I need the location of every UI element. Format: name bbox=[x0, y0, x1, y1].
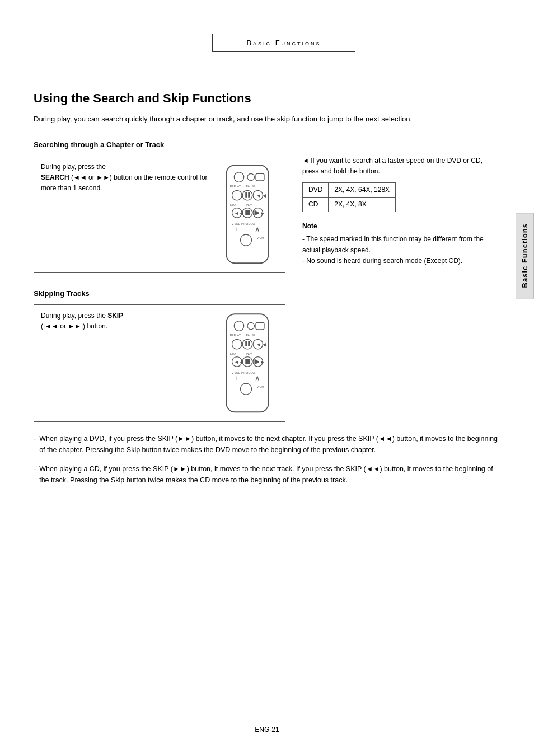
svg-point-1 bbox=[234, 172, 244, 182]
page-number: ENG-21 bbox=[255, 726, 279, 734]
svg-text:+: + bbox=[235, 226, 239, 233]
side-tab-label: Basic Functions bbox=[521, 223, 529, 288]
skip-bullets: - When playing a DVD, if you press the S… bbox=[34, 433, 500, 486]
svg-point-6 bbox=[232, 190, 242, 200]
search-remote: REPLAY PAUSE ◄◄ STOP PLAY bbox=[217, 162, 278, 267]
svg-point-2 bbox=[247, 173, 255, 181]
skip-heading: Skipping Tracks bbox=[34, 289, 500, 298]
svg-text:◄◄: ◄◄ bbox=[234, 359, 243, 365]
remote-svg: REPLAY PAUSE ◄◄ STOP PLAY bbox=[219, 162, 275, 267]
svg-text:►►: ►► bbox=[255, 210, 265, 216]
speed-row-cd: CD 2X, 4X, 8X bbox=[303, 198, 396, 212]
svg-point-7 bbox=[242, 190, 252, 200]
note-item-1: The speed marked in this function may be… bbox=[302, 234, 500, 255]
svg-rect-35 bbox=[245, 341, 247, 346]
svg-point-29 bbox=[247, 322, 255, 330]
svg-text:REPLAY: REPLAY bbox=[230, 185, 241, 188]
skip-instruction-post: (|◄◄ or ►►|) button. bbox=[41, 322, 107, 330]
svg-text:REPLAY: REPLAY bbox=[230, 334, 241, 337]
svg-point-34 bbox=[242, 339, 252, 349]
skip-row: During play, press the SKIP (|◄◄ or ►►|)… bbox=[34, 304, 500, 422]
page-footer: ENG-21 bbox=[0, 726, 534, 734]
svg-point-26 bbox=[241, 234, 252, 246]
skip-bullet-dvd-text: When playing a DVD, if you press the SKI… bbox=[39, 433, 500, 456]
note-section: Note The speed marked in this function m… bbox=[302, 221, 500, 266]
speed-label-dvd: DVD bbox=[303, 182, 329, 197]
search-instruction-pre: During play, press the bbox=[41, 163, 106, 171]
search-right-info: ◄ If you want to search at a faster spee… bbox=[302, 156, 500, 273]
skip-instruction-pre: During play, press the bbox=[41, 312, 106, 320]
section-title: Using the Search and Skip Functions bbox=[34, 91, 500, 106]
skip-bullet-cd: - When playing a CD, if you press the SK… bbox=[34, 463, 500, 486]
svg-text:PAUSE: PAUSE bbox=[246, 185, 256, 188]
svg-point-33 bbox=[232, 339, 242, 349]
speed-row-dvd: DVD 2X, 4X, 64X, 128X bbox=[303, 182, 396, 197]
svg-text:TV VOL: TV VOL bbox=[230, 371, 240, 374]
svg-text:◄◄: ◄◄ bbox=[234, 210, 243, 216]
svg-text:►►: ►► bbox=[255, 359, 265, 365]
svg-text:STOP: STOP bbox=[230, 352, 238, 355]
speed-label-cd: CD bbox=[303, 198, 329, 212]
note-list: The speed marked in this function may be… bbox=[302, 234, 500, 266]
search-section: Searching through a Chapter or Track Dur… bbox=[34, 140, 500, 273]
svg-rect-8 bbox=[245, 192, 247, 198]
page: Basic Functions Using the Search and Ski… bbox=[0, 0, 534, 756]
svg-rect-3 bbox=[256, 173, 264, 181]
search-instruction-text: During play, press the SEARCH (◄◄ or ►►)… bbox=[41, 162, 211, 267]
svg-text:TV/VIDEO: TV/VIDEO bbox=[241, 371, 256, 374]
svg-rect-9 bbox=[248, 192, 250, 198]
side-tab: Basic Functions bbox=[516, 213, 534, 298]
svg-text:◄◄: ◄◄ bbox=[256, 192, 267, 198]
svg-text:∧: ∧ bbox=[255, 374, 260, 382]
skip-instruction-text: During play, press the SKIP (|◄◄ or ►►|)… bbox=[41, 311, 211, 416]
header-title: Basic Functions bbox=[246, 39, 321, 47]
speed-values-cd: 2X, 4X, 8X bbox=[329, 198, 396, 212]
search-faster-desc: If you want to search at a faster speed … bbox=[302, 157, 483, 175]
svg-rect-36 bbox=[248, 341, 250, 346]
svg-point-28 bbox=[234, 321, 244, 331]
skip-bullet-dvd: - When playing a DVD, if you press the S… bbox=[34, 433, 500, 456]
skip-bullet-cd-text: When playing a CD, if you press the SKIP… bbox=[39, 463, 500, 486]
svg-text:TV CH: TV CH bbox=[255, 236, 264, 239]
skip-keyword: SKIP bbox=[107, 312, 123, 320]
svg-text:◄◄: ◄◄ bbox=[256, 341, 267, 348]
search-row: During play, press the SEARCH (◄◄ or ►►)… bbox=[34, 156, 500, 273]
svg-rect-43 bbox=[245, 359, 250, 364]
search-heading: Searching through a Chapter or Track bbox=[34, 140, 500, 149]
svg-point-53 bbox=[241, 383, 252, 395]
skip-remote-svg: REPLAY PAUSE ◄◄ STOP PLAY bbox=[219, 311, 275, 416]
speed-table: DVD 2X, 4X, 64X, 128X CD 2X, 4X, 8X bbox=[302, 182, 396, 212]
intro-text: During play, you can search quickly thro… bbox=[34, 114, 500, 125]
svg-text:PLAY: PLAY bbox=[246, 352, 254, 355]
skip-section: Skipping Tracks During play, press the S… bbox=[34, 289, 500, 486]
svg-rect-16 bbox=[245, 210, 250, 215]
search-faster-text: ◄ If you want to search at a faster spee… bbox=[302, 156, 500, 177]
note-item-2: No sound is heard during search mode (Ex… bbox=[302, 256, 500, 266]
skip-instruction-box: During play, press the SKIP (|◄◄ or ►►|)… bbox=[34, 304, 285, 422]
svg-text:PLAY: PLAY bbox=[246, 203, 254, 206]
svg-text:TV/VIDEO: TV/VIDEO bbox=[241, 222, 256, 225]
svg-text:STOP: STOP bbox=[230, 203, 238, 206]
search-instruction-box: During play, press the SEARCH (◄◄ or ►►)… bbox=[34, 156, 285, 273]
svg-text:+: + bbox=[235, 374, 239, 382]
svg-rect-30 bbox=[256, 322, 264, 330]
svg-text:PAUSE: PAUSE bbox=[246, 334, 256, 337]
skip-remote: REPLAY PAUSE ◄◄ STOP PLAY bbox=[217, 311, 278, 416]
note-title: Note bbox=[302, 221, 500, 232]
search-keyword: SEARCH bbox=[41, 173, 69, 181]
speed-values-dvd: 2X, 4X, 64X, 128X bbox=[329, 182, 396, 197]
svg-text:TV VOL: TV VOL bbox=[230, 222, 240, 225]
svg-text:∧: ∧ bbox=[255, 226, 260, 233]
header-box: Basic Functions bbox=[212, 34, 355, 52]
svg-text:TV CH: TV CH bbox=[255, 385, 264, 388]
